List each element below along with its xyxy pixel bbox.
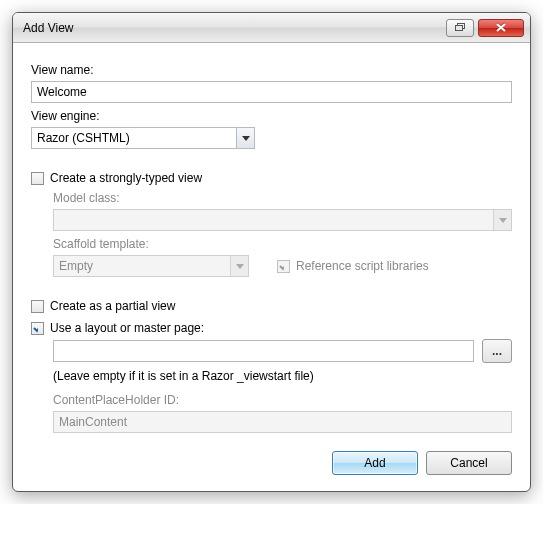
scaffold-label: Scaffold template:	[53, 237, 512, 251]
partial-view-label: Create as a partial view	[50, 299, 175, 313]
chevron-down-icon	[242, 136, 250, 141]
partial-view-row: Create as a partial view	[31, 299, 512, 313]
dialog-content: View name: View engine: Create a strongl…	[13, 43, 530, 491]
check-icon	[278, 261, 284, 272]
ref-scripts-checkbox	[277, 260, 290, 273]
use-layout-checkbox[interactable]	[31, 322, 44, 335]
dialog-window: Add View View name: View engine: Creat	[12, 12, 531, 492]
model-class-dropdown-button	[493, 210, 511, 230]
view-engine-combo[interactable]	[31, 127, 255, 149]
scaffold-value	[53, 255, 249, 277]
check-icon	[32, 323, 38, 334]
close-icon	[496, 23, 506, 32]
dialog-footer: Add Cancel	[31, 451, 512, 475]
partial-view-checkbox[interactable]	[31, 300, 44, 313]
model-class-value	[53, 209, 512, 231]
cancel-button[interactable]: Cancel	[426, 451, 512, 475]
close-window-button[interactable]	[478, 19, 524, 37]
view-engine-dropdown-button[interactable]	[236, 128, 254, 148]
scaffold-combo	[53, 255, 249, 277]
ref-scripts-row: Reference script libraries	[277, 259, 429, 273]
model-class-label: Model class:	[53, 191, 512, 205]
ref-scripts-label: Reference script libraries	[296, 259, 429, 273]
use-layout-label: Use a layout or master page:	[50, 321, 204, 335]
cph-label: ContentPlaceHolder ID:	[53, 393, 512, 407]
chevron-down-icon	[236, 264, 244, 269]
layout-path-input[interactable]	[53, 340, 474, 362]
restore-window-button[interactable]	[446, 19, 474, 37]
scaffold-dropdown-button	[230, 256, 248, 276]
strongly-typed-group: Model class: Scaffold template:	[53, 191, 512, 277]
restore-icon	[455, 23, 466, 32]
chevron-down-icon	[499, 218, 507, 223]
add-button[interactable]: Add	[332, 451, 418, 475]
strongly-typed-checkbox[interactable]	[31, 172, 44, 185]
view-engine-label: View engine:	[31, 109, 512, 123]
layout-group: ... (Leave empty if it is set in a Razor…	[53, 339, 512, 433]
browse-layout-button[interactable]: ...	[482, 339, 512, 363]
cph-input	[53, 411, 512, 433]
svg-rect-1	[455, 26, 462, 31]
view-name-input[interactable]	[31, 81, 512, 103]
strongly-typed-checkbox-row: Create a strongly-typed view	[31, 171, 512, 185]
view-engine-value[interactable]	[31, 127, 255, 149]
titlebar: Add View	[13, 13, 530, 43]
layout-hint: (Leave empty if it is set in a Razor _vi…	[53, 369, 512, 383]
model-class-combo	[53, 209, 512, 231]
use-layout-row: Use a layout or master page:	[31, 321, 512, 335]
strongly-typed-label: Create a strongly-typed view	[50, 171, 202, 185]
view-name-label: View name:	[31, 63, 512, 77]
window-title: Add View	[23, 21, 442, 35]
